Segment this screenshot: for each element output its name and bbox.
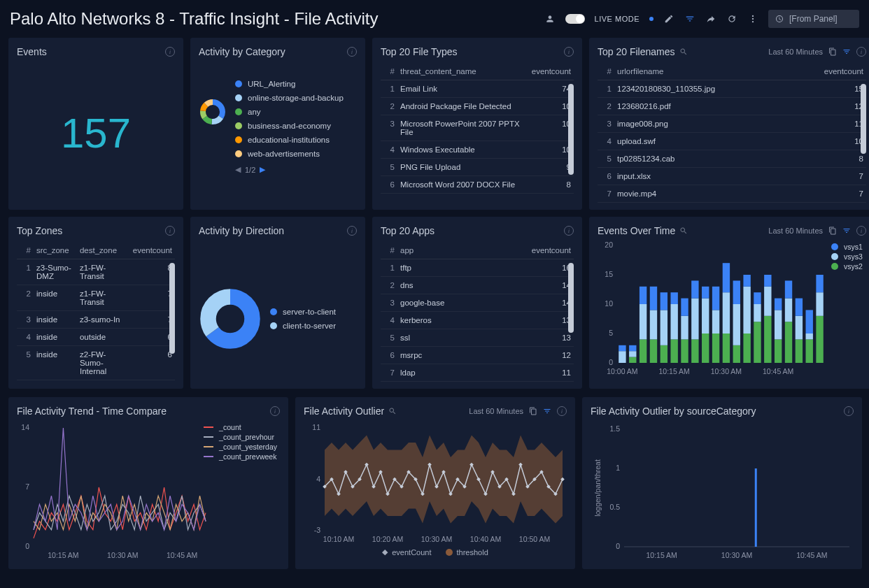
table-row[interactable]: 5insidez2-FW-Sumo-Internal6 (17, 346, 175, 380)
table-row[interactable]: 4Windows Executable10 (381, 141, 574, 159)
table-row[interactable]: 6Microsoft Word 2007 DOCX File8 (381, 176, 574, 194)
info-icon[interactable]: i (270, 406, 280, 416)
svg-point-2 (752, 21, 754, 22)
table-row[interactable]: 2insidez1-FW-Transit7 (17, 285, 175, 311)
legend-item[interactable]: vsys2 (831, 261, 866, 271)
legend-outlier: ◆eventCount threshold (304, 547, 567, 557)
svg-rect-56 (754, 304, 761, 322)
legend-activity-category: URL_Alertingonline-storage-and-backupany… (235, 77, 344, 174)
table-row[interactable]: 3google-base14 (381, 294, 574, 312)
svg-point-1 (752, 18, 754, 20)
legend-item[interactable]: vsys3 (831, 252, 866, 261)
info-icon[interactable]: i (557, 406, 567, 416)
table-row[interactable]: 4upload.swf10 (598, 133, 866, 150)
legend-item[interactable]: any (235, 105, 344, 119)
table-row[interactable]: 1tftp16 (381, 259, 574, 277)
legend-item[interactable]: _count_prevhour (204, 432, 277, 442)
filter-icon[interactable] (684, 13, 695, 24)
svg-text:10:30 AM: 10:30 AM (711, 367, 742, 375)
table-row[interactable]: 7movie.mp47 (598, 185, 866, 203)
info-icon[interactable]: i (347, 47, 357, 57)
search-icon[interactable] (388, 407, 397, 415)
filter-icon[interactable] (842, 48, 851, 56)
scrollbar[interactable] (861, 84, 866, 154)
filter-icon[interactable] (543, 407, 551, 415)
table-row[interactable]: 1123420180830_110355.jpg15 (598, 80, 866, 98)
svg-rect-38 (691, 299, 698, 340)
legend-item[interactable]: client-to-server (270, 319, 336, 333)
legend-item[interactable]: educational-institutions (235, 133, 344, 147)
search-icon[interactable] (679, 227, 688, 235)
svg-text:11: 11 (312, 423, 320, 431)
svg-rect-40 (702, 334, 709, 363)
table-row[interactable]: 5tp02851234.cab8 (598, 150, 866, 168)
svg-rect-29 (660, 310, 667, 345)
table-row[interactable]: 6msrpc12 (381, 347, 574, 364)
table-row[interactable]: 5PNG File Upload9 (381, 159, 574, 176)
svg-rect-51 (733, 280, 740, 304)
copy-icon[interactable] (828, 227, 837, 235)
panel-title-apps: Top 20 Apps (381, 225, 564, 236)
table-row[interactable]: 5ssl13 (381, 329, 574, 347)
pager[interactable]: ◀1/2▶ (235, 165, 344, 174)
filter-icon[interactable] (842, 227, 851, 235)
info-icon[interactable]: i (856, 226, 866, 236)
legend-item[interactable]: _count_prevweek (204, 452, 277, 461)
table-row[interactable]: 2Android Package File Detected10 (381, 98, 574, 115)
table-row[interactable]: 6input.xlsx7 (598, 168, 866, 185)
legend-item[interactable]: vsys1 (831, 242, 866, 252)
svg-rect-63 (775, 299, 782, 310)
svg-rect-64 (785, 322, 792, 363)
svg-rect-62 (775, 310, 782, 339)
scrollbar[interactable] (568, 84, 574, 175)
info-icon[interactable]: i (165, 47, 175, 57)
user-icon[interactable] (544, 13, 556, 24)
svg-rect-50 (733, 304, 740, 345)
more-icon[interactable] (747, 13, 758, 24)
table-row[interactable]: 7ldap11 (381, 364, 574, 382)
edit-icon[interactable] (663, 13, 674, 24)
live-indicator-dot (649, 17, 653, 21)
legend-item[interactable]: online-storage-and-backup (235, 91, 344, 105)
share-icon[interactable] (705, 13, 716, 24)
legend-item[interactable]: server-to-client (270, 305, 336, 319)
scrollbar[interactable] (169, 263, 175, 354)
search-icon[interactable] (679, 48, 688, 56)
info-icon[interactable]: i (564, 47, 574, 57)
info-icon[interactable]: i (165, 226, 175, 236)
table-row[interactable]: 3image008.png11 (598, 115, 866, 133)
legend-item[interactable]: web-advertisements (235, 147, 344, 161)
scrollbar[interactable] (568, 263, 574, 333)
table-row[interactable]: 4kerberos13 (381, 312, 574, 329)
info-icon[interactable]: i (564, 226, 574, 236)
legend-item[interactable]: business-and-economy (235, 119, 344, 133)
table-row[interactable]: 2123680216.pdf12 (598, 98, 866, 115)
info-icon[interactable]: i (856, 47, 866, 57)
table-row[interactable]: 3insidez3-sumo-In7 (17, 311, 175, 329)
refresh-icon[interactable] (726, 13, 737, 24)
legend-item[interactable]: _count (204, 422, 277, 432)
time-range-selector[interactable]: [From Panel] (768, 10, 859, 28)
table-apps: # app eventcount 1tftp162dns143google-ba… (381, 242, 574, 382)
table-row[interactable]: 1Email Link74 (381, 80, 574, 98)
svg-rect-34 (681, 339, 688, 363)
live-mode-toggle[interactable] (565, 14, 585, 24)
copy-icon[interactable] (529, 407, 537, 415)
svg-rect-71 (806, 334, 813, 339)
copy-icon[interactable] (828, 48, 837, 56)
svg-rect-58 (764, 316, 771, 363)
table-row[interactable]: 2dns14 (381, 277, 574, 294)
svg-text:10:50 AM: 10:50 AM (519, 535, 550, 543)
panel-events-over-time: Events Over Time Last 60 Minutes i 05101… (589, 217, 869, 389)
info-icon[interactable]: i (347, 226, 357, 236)
svg-rect-65 (785, 299, 792, 322)
legend-item[interactable]: URL_Alerting (235, 77, 344, 91)
table-filenames: # urlorfilename eventcount 1123420180830… (598, 63, 866, 203)
table-row[interactable]: 3Microsoft PowerPoint 2007 PPTX File10 (381, 115, 574, 141)
svg-rect-19 (629, 357, 636, 363)
table-row[interactable]: 4insideoutside6 (17, 329, 175, 346)
table-row[interactable]: 1z3-Sumo-DMZz1-FW-Transit8 (17, 259, 175, 285)
info-icon[interactable]: i (844, 406, 854, 416)
legend-item[interactable]: _count_yesterday (204, 442, 277, 452)
panel-top-file-types: Top 20 File Types i # threat_content_nam… (372, 38, 582, 210)
